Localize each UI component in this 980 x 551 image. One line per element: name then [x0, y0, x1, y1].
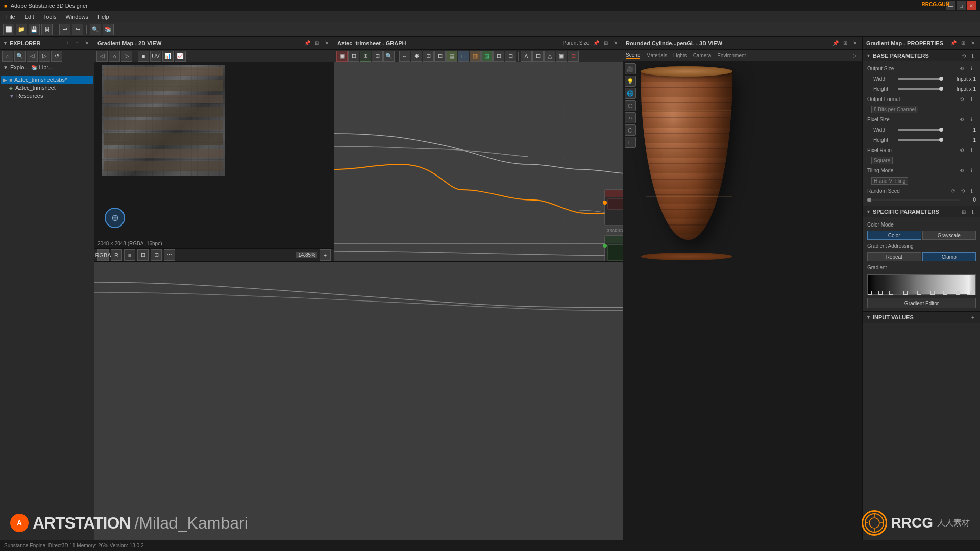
graph-btn19[interactable]: ▣	[556, 51, 567, 62]
gradient-stop3[interactable]	[889, 291, 893, 295]
view3d-pin-icon[interactable]: 📌	[831, 39, 840, 47]
view2d-r-btn[interactable]: R	[111, 249, 122, 261]
repeat-btn[interactable]: Repeat	[867, 252, 921, 261]
view2d-next-btn[interactable]: ▷	[121, 51, 132, 62]
tool-mesh1[interactable]: ○	[625, 112, 636, 123]
tool-mesh2[interactable]: ⬡	[625, 124, 636, 136]
explorer-menu-icon[interactable]: ≡	[73, 39, 81, 47]
toolbar-save[interactable]: 💾	[29, 24, 40, 35]
explorer-home-btn[interactable]: ⌂	[2, 51, 13, 62]
maximize-button[interactable]: □	[957, 1, 966, 10]
graph-btn1[interactable]: ▣	[336, 51, 348, 62]
explorer-forward-btn[interactable]: ▷	[39, 51, 50, 62]
output-width-slider[interactable]	[898, 75, 943, 82]
gradient-stop5[interactable]	[917, 291, 921, 295]
tool-light[interactable]: 💡	[625, 76, 636, 87]
input-values-header[interactable]: ▼ INPUT VALUES +	[863, 312, 980, 323]
graph-btn16[interactable]: A	[521, 51, 532, 62]
bottom-graph-content[interactable]	[94, 262, 623, 551]
view2d-channels-btn[interactable]: RGBA	[97, 249, 109, 261]
pixel-width-slider[interactable]	[898, 126, 943, 133]
graph-btn15[interactable]: ⊟	[505, 51, 516, 62]
toolbar-explore[interactable]: 🔍	[90, 24, 101, 35]
view2d-expand-icon[interactable]: ⊞	[313, 39, 321, 47]
menu-edit[interactable]: Edit	[20, 13, 38, 21]
view3d-expand-arrow[interactable]: ▷	[851, 52, 859, 60]
pixel-width-thumb[interactable]	[939, 128, 943, 132]
explorer-refresh-btn[interactable]: ↺	[51, 51, 62, 62]
pixel-ratio-info-icon[interactable]: ℹ	[968, 146, 976, 154]
pixel-ratio-inherit-icon[interactable]: ⟲	[958, 146, 966, 154]
output-height-slider[interactable]	[898, 85, 943, 92]
gradient-stop7[interactable]	[943, 291, 947, 295]
graph-btn18[interactable]: △	[544, 51, 555, 62]
menu-file[interactable]: File	[2, 13, 19, 21]
view2d-home-btn[interactable]: ⌂	[109, 51, 120, 62]
props-close-icon[interactable]: ✕	[969, 39, 977, 47]
graph-btn4[interactable]: ⊡	[372, 51, 383, 62]
graph-expand-icon[interactable]: ⊞	[602, 39, 610, 47]
toolbar-new[interactable]: ⬜	[3, 24, 14, 35]
tiling-mode-info-icon[interactable]: ℹ	[968, 166, 976, 174]
view2d-close-icon[interactable]: ✕	[323, 39, 331, 47]
tab-scene[interactable]: Scene	[626, 52, 640, 59]
specific-info-icon[interactable]: ℹ	[969, 208, 977, 216]
random-seed-thumb[interactable]	[867, 198, 871, 202]
toolbar-lib[interactable]: 📚	[103, 24, 114, 35]
base-params-header[interactable]: ▼ BASE PARAMETERS ⟲ ℹ	[863, 50, 980, 61]
input-values-icon[interactable]: +	[969, 313, 977, 321]
close-button[interactable]: ✕	[967, 1, 976, 10]
view2d-fit-btn[interactable]: ⊡	[151, 249, 162, 261]
explorer-resources-item[interactable]: ▼ Resources	[1, 92, 93, 100]
tool-camera[interactable]: 🎥	[625, 63, 636, 74]
graph-btn20[interactable]: ⊡	[568, 51, 579, 62]
gradient-stop9[interactable]	[967, 291, 971, 295]
output-height-thumb[interactable]	[939, 87, 943, 91]
pixel-size-inherit-icon[interactable]: ⟲	[958, 115, 966, 123]
tool-material[interactable]: ⬡	[625, 100, 636, 111]
pixel-height-slider[interactable]	[898, 136, 943, 143]
view2d-grid-btn[interactable]: ⊞	[137, 249, 149, 261]
graph-btn13[interactable]: ▨	[481, 51, 493, 62]
output-size-inherit-icon[interactable]: ⟲	[958, 64, 966, 72]
explorer-file-item[interactable]: ▶ ■ Aztec_trimsheet.sbs*	[1, 76, 93, 84]
graph-btn3[interactable]: ⊕	[360, 51, 371, 62]
view2d-prev-btn[interactable]: ◁	[96, 51, 108, 62]
explorer-item-expl[interactable]: ▼ Explo... 📚 Libr...	[1, 63, 93, 71]
graph-btn5[interactable]: 🔍	[383, 51, 395, 62]
graph-btn17[interactable]: ⊡	[532, 51, 544, 62]
clamp-btn[interactable]: Clamp	[922, 252, 976, 261]
explorer-aztec-item[interactable]: ◈ Aztec_trimsheet	[1, 84, 93, 92]
explorer-add-icon[interactable]: +	[63, 39, 71, 47]
toolbar-save-all[interactable]: 🗄	[41, 24, 53, 35]
base-info-icon[interactable]: ℹ	[969, 52, 977, 60]
gradient-stop10[interactable]	[971, 291, 975, 295]
view2d-display-btn[interactable]: ■	[138, 51, 149, 62]
props-pin-icon[interactable]: 📌	[949, 39, 958, 47]
graph-btn12[interactable]: ▥	[470, 51, 481, 62]
view2d-pin-icon[interactable]: 📌	[303, 39, 311, 47]
tab-materials[interactable]: Materials	[646, 53, 667, 59]
graph-btn6[interactable]: ↔	[399, 51, 410, 62]
tiling-mode-inherit-icon[interactable]: ⟲	[958, 166, 966, 174]
pixel-size-info-icon[interactable]: ℹ	[968, 115, 976, 123]
view3d-content[interactable]: 🎥 💡 🌐 ⬡ ○ ⬡ □ ⊕	[623, 61, 862, 551]
graph-btn10[interactable]: ▤	[446, 51, 457, 62]
output-size-info-icon[interactable]: ℹ	[968, 64, 976, 72]
view3d-expand-icon[interactable]: ⊞	[841, 39, 849, 47]
graph-btn11[interactable]: □	[458, 51, 469, 62]
tool-env[interactable]: 🌐	[625, 88, 636, 99]
explorer-close-icon[interactable]: ✕	[83, 39, 91, 47]
base-inherit-icon[interactable]: ⟲	[960, 52, 968, 60]
view2d-zoom-more-btn[interactable]: +	[320, 249, 331, 261]
grayscale-btn[interactable]: Grayscale	[922, 231, 976, 240]
view2d-b-btn[interactable]: ■	[124, 249, 135, 261]
gradient-editor-btn[interactable]: Gradient Editor	[867, 298, 976, 308]
toolbar-redo[interactable]: ↪	[72, 24, 83, 35]
tool-mesh3[interactable]: □	[625, 137, 636, 148]
gradient-stop2[interactable]	[878, 291, 883, 295]
tab-lights[interactable]: Lights	[673, 53, 687, 59]
gradient-stop8[interactable]	[956, 291, 960, 295]
view2d-graph-btn[interactable]: 📊	[162, 51, 174, 62]
graph-btn8[interactable]: ⊡	[423, 51, 434, 62]
